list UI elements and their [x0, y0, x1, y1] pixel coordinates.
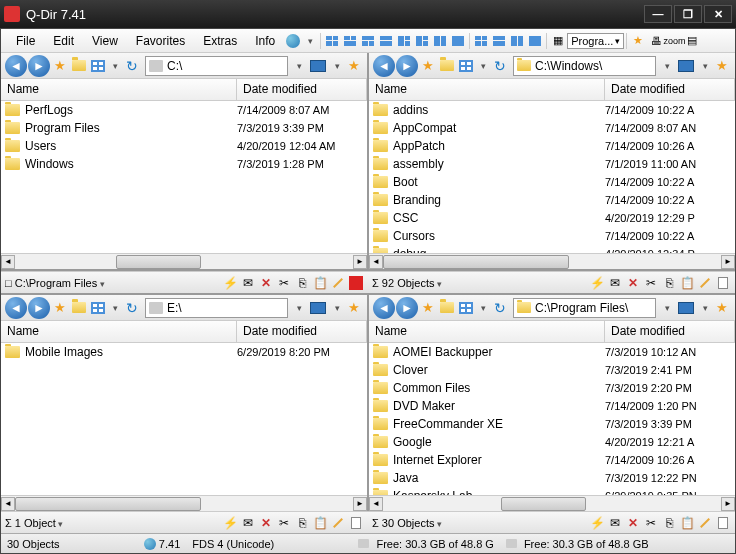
br-lightning-icon[interactable]: ⚡ [589, 515, 605, 531]
tr-refresh-icon[interactable]: ↻ [491, 57, 509, 75]
bl-address-bar[interactable]: E:\ [145, 298, 288, 318]
layout-hsplit-icon[interactable] [378, 33, 394, 49]
tr-path-dropdown[interactable]: ▾ [660, 61, 674, 71]
list-item[interactable]: CSC4/20/2019 12:29 P [369, 209, 735, 227]
br-cut-icon[interactable]: ✂ [643, 515, 659, 531]
br-header-date[interactable]: Date modified [605, 321, 735, 342]
list-item[interactable]: Branding7/14/2009 10:22 A [369, 191, 735, 209]
br-monitor-dropdown[interactable]: ▾ [698, 303, 712, 313]
tl-monitor-icon[interactable] [310, 60, 326, 72]
tl-view-dropdown[interactable]: ▾ [108, 61, 122, 71]
layout-3a-icon[interactable] [342, 33, 358, 49]
tl-fav2-icon[interactable]: ★ [345, 57, 363, 75]
list-item[interactable]: AppPatch7/14/2009 10:26 A [369, 137, 735, 155]
tl-address-bar[interactable]: C:\ [145, 56, 288, 76]
tl-hscroll[interactable]: ◄► [1, 253, 367, 269]
options-icon[interactable]: ▤ [684, 33, 700, 49]
bl-header-date[interactable]: Date modified [237, 321, 367, 342]
tr-paste-icon[interactable]: 📋 [679, 275, 695, 291]
tr-page-icon[interactable] [715, 275, 731, 291]
tr-favorite-icon[interactable]: ★ [419, 57, 437, 75]
bl-page-icon[interactable] [348, 515, 364, 531]
bl-header-name[interactable]: Name [1, 321, 237, 342]
list-item[interactable]: Windows7/3/2019 1:28 PM [1, 155, 367, 173]
br-folder-icon[interactable] [438, 299, 456, 317]
layout-alt1-icon[interactable] [473, 33, 489, 49]
tr-lightning-icon[interactable]: ⚡ [589, 275, 605, 291]
list-item[interactable]: FreeCommander XE7/3/2019 3:39 PM [369, 415, 735, 433]
tr-hscroll[interactable]: ◄► [369, 253, 735, 269]
tl-record-icon[interactable] [348, 275, 364, 291]
br-view-dropdown[interactable]: ▾ [476, 303, 490, 313]
list-item[interactable]: debug4/20/2019 12:34 P [369, 245, 735, 253]
tr-back-button[interactable]: ◄ [373, 55, 395, 77]
tl-folder-icon[interactable] [70, 57, 88, 75]
tr-cut-icon[interactable]: ✂ [643, 275, 659, 291]
list-item[interactable]: Program Files7/3/2019 3:39 PM [1, 119, 367, 137]
layout-quad-icon[interactable] [324, 33, 340, 49]
bl-folder-icon[interactable] [70, 299, 88, 317]
br-delete-icon[interactable]: ✕ [625, 515, 641, 531]
tl-edit-icon[interactable] [330, 275, 346, 291]
layout-3c-icon[interactable] [396, 33, 412, 49]
list-item[interactable]: AOMEI Backupper7/3/2019 10:12 AN [369, 343, 735, 361]
list-item[interactable]: Clover7/3/2019 2:41 PM [369, 361, 735, 379]
close-button[interactable]: ✕ [704, 5, 732, 23]
tr-view-icon[interactable] [457, 57, 475, 75]
tr-edit-icon[interactable] [697, 275, 713, 291]
layout-alt3-icon[interactable] [509, 33, 525, 49]
br-monitor-icon[interactable] [678, 302, 694, 314]
list-item[interactable]: Google4/20/2019 12:21 A [369, 433, 735, 451]
tl-paste-icon[interactable]: 📋 [312, 275, 328, 291]
list-item[interactable]: DVD Maker7/14/2009 1:20 PN [369, 397, 735, 415]
tl-copy-icon[interactable]: ⎘ [294, 275, 310, 291]
list-item[interactable]: AppCompat7/14/2009 8:07 AN [369, 119, 735, 137]
bl-refresh-icon[interactable]: ↻ [123, 299, 141, 317]
maximize-button[interactable]: ❐ [674, 5, 702, 23]
br-paste-icon[interactable]: 📋 [679, 515, 695, 531]
bl-cut-icon[interactable]: ✂ [276, 515, 292, 531]
list-item[interactable]: Java7/3/2019 12:22 PN [369, 469, 735, 487]
bl-copy-icon[interactable]: ⎘ [294, 515, 310, 531]
tr-monitor-dropdown[interactable]: ▾ [698, 61, 712, 71]
minimize-button[interactable]: — [644, 5, 672, 23]
tl-refresh-icon[interactable]: ↻ [123, 57, 141, 75]
menu-favorites[interactable]: Favorites [127, 32, 194, 50]
tr-filelist[interactable]: addins7/14/2009 10:22 AAppCompat7/14/200… [369, 101, 735, 253]
br-page-icon[interactable] [715, 515, 731, 531]
br-filelist[interactable]: AOMEI Backupper7/3/2019 10:12 ANClover7/… [369, 343, 735, 495]
programs-dropdown[interactable]: Progra...▾ [567, 33, 624, 49]
list-item[interactable]: PerfLogs7/14/2009 8:07 AM [1, 101, 367, 119]
tr-forward-button[interactable]: ► [396, 55, 418, 77]
tl-path-dropdown[interactable]: ▾ [292, 61, 306, 71]
bl-forward-button[interactable]: ► [28, 297, 50, 319]
tl-view-icon[interactable] [89, 57, 107, 75]
layout-alt4-icon[interactable] [527, 33, 543, 49]
tr-header-name[interactable]: Name [369, 79, 605, 100]
tl-cut-icon[interactable]: ✂ [276, 275, 292, 291]
tr-header-date[interactable]: Date modified [605, 79, 735, 100]
tr-address-bar[interactable]: C:\Windows\ [513, 56, 656, 76]
bl-view-icon[interactable] [89, 299, 107, 317]
tr-folder-icon[interactable] [438, 57, 456, 75]
br-view-icon[interactable] [457, 299, 475, 317]
list-item[interactable]: addins7/14/2009 10:22 A [369, 101, 735, 119]
tl-monitor-dropdown[interactable]: ▾ [330, 61, 344, 71]
list-item[interactable]: Internet Explorer7/14/2009 10:26 A [369, 451, 735, 469]
list-item[interactable]: Boot7/14/2009 10:22 A [369, 173, 735, 191]
br-path-dropdown[interactable]: ▾ [660, 303, 674, 313]
tr-view-dropdown[interactable]: ▾ [476, 61, 490, 71]
list-item[interactable]: Users4/20/2019 12:04 AM [1, 137, 367, 155]
menu-view[interactable]: View [83, 32, 127, 50]
menu-edit[interactable]: Edit [44, 32, 83, 50]
bl-back-button[interactable]: ◄ [5, 297, 27, 319]
list-item[interactable]: Mobile Images6/29/2019 8:20 PM [1, 343, 367, 361]
list-item[interactable]: Common Files7/3/2019 2:20 PM [369, 379, 735, 397]
bl-view-dropdown[interactable]: ▾ [108, 303, 122, 313]
br-forward-button[interactable]: ► [396, 297, 418, 319]
tr-fav2-icon[interactable]: ★ [713, 57, 731, 75]
bl-monitor-icon[interactable] [310, 302, 326, 314]
list-item[interactable]: Kaspersky Lab6/29/2019 9:35 PN [369, 487, 735, 495]
br-back-button[interactable]: ◄ [373, 297, 395, 319]
tl-filelist[interactable]: PerfLogs7/14/2009 8:07 AMProgram Files7/… [1, 101, 367, 253]
